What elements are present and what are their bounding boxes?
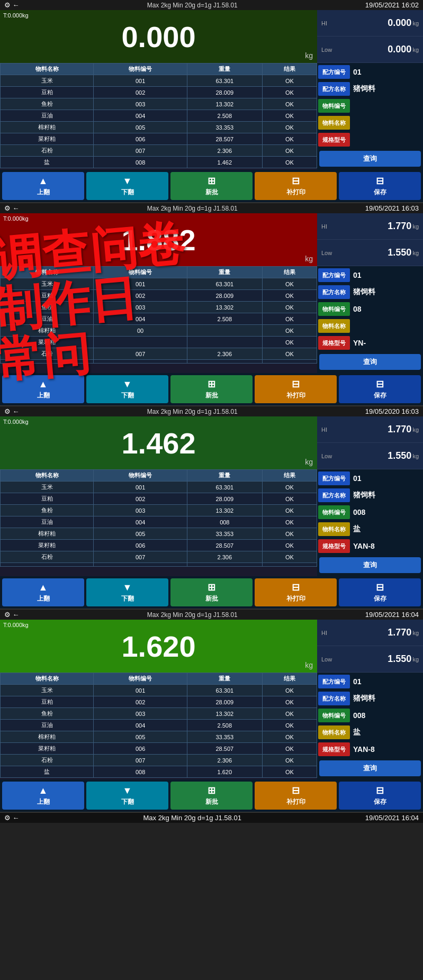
cell-1-2: 28.009: [187, 87, 262, 98]
col-header-2: 重量: [187, 267, 262, 278]
btn-补打印[interactable]: ⊟ 补打印: [255, 578, 337, 606]
btn-上翻[interactable]: ▲ 上翻: [2, 578, 84, 606]
btn-新批[interactable]: ⊞ 新批: [170, 782, 253, 810]
cell-5-2: 28.507: [187, 743, 262, 755]
btn-icon-2: ⊞: [208, 785, 215, 796]
btn-label-0: 上翻: [37, 188, 50, 197]
table-row: 石粉0072.306OK: [1, 551, 317, 563]
info-tag-1: 配方名称: [318, 82, 350, 96]
cell-6-3: OK: [262, 145, 317, 157]
btn-补打印[interactable]: ⊟ 补打印: [255, 375, 337, 403]
hi-value-3: 1.770: [337, 424, 411, 435]
btn-补打印[interactable]: ⊟ 补打印: [255, 172, 337, 200]
cell-4-2: [187, 325, 262, 337]
btn-icon-4: ⊟: [376, 175, 384, 187]
btn-下翻[interactable]: ▼ 下翻: [86, 782, 168, 810]
btn-下翻[interactable]: ▼ 下翻: [86, 172, 168, 200]
cell-4-1: 005: [94, 528, 187, 540]
cell-7-0: [1, 360, 94, 364]
btn-上翻[interactable]: ▲ 上翻: [2, 172, 84, 200]
btn-label-4: 保存: [374, 594, 386, 603]
info-tag-3: 物料名称: [318, 522, 350, 536]
cell-2-3: OK: [262, 302, 317, 313]
cell-1-1: 002: [94, 87, 187, 98]
cell-3-3: OK: [262, 720, 317, 731]
query-button-4[interactable]: 查询: [319, 760, 421, 776]
cell-4-3: OK: [262, 731, 317, 743]
info-tag-2: 物料编号: [318, 302, 350, 316]
btn-补打印[interactable]: ⊟ 补打印: [255, 782, 337, 810]
info-value-1: 猪饲料: [350, 488, 422, 502]
btn-保存[interactable]: ⊟ 保存: [339, 578, 421, 606]
info-value-0: 01: [350, 675, 422, 688]
weight-main-1: T:0.000kg 0.000 kg: [0, 10, 317, 63]
table-row: 玉米00163.301OK: [1, 75, 317, 87]
btn-保存[interactable]: ⊟ 保存: [339, 782, 421, 810]
cell-6-2: 2.306: [187, 755, 262, 766]
cell-2-2: 13.302: [187, 505, 262, 516]
info-row-3: 物料名称: [318, 318, 422, 334]
btn-新批[interactable]: ⊞ 新批: [170, 172, 253, 200]
table-row: 豆油0042.508OK: [1, 110, 317, 122]
cell-7-3: OK: [262, 766, 317, 778]
btn-上翻[interactable]: ▲ 上翻: [2, 375, 84, 403]
btn-label-3: 补打印: [286, 188, 305, 197]
topbar-center-4: Max 2kg Min 20g d=1g J1.58.01: [147, 611, 238, 619]
col-header-2: 重量: [187, 673, 262, 685]
query-button-3[interactable]: 查询: [319, 557, 421, 573]
weight-unit-3: kg: [305, 458, 313, 466]
cell-6-3: OK: [262, 348, 317, 360]
col-header-3: 结果: [262, 470, 317, 482]
cell-6-1: 007: [94, 348, 187, 360]
table-row: 盐0081.462OK: [1, 157, 317, 168]
weight-area-2: T:0.000kg 1.882 kg HI 1.770 kg Low 1.550…: [0, 213, 423, 266]
query-button-2[interactable]: 查询: [319, 354, 421, 370]
btn-下翻[interactable]: ▼ 下翻: [86, 375, 168, 403]
cell-0-3: OK: [262, 278, 317, 290]
cell-4-3: OK: [262, 325, 317, 337]
last-bar-center: Max 2kg Min 20g d=1g J1.58.01: [143, 814, 241, 822]
info-row-2: 物料编号 08: [318, 301, 422, 317]
screen-1: ⚙ ← Max 2kg Min 20g d=1g J1.58.01 19/05/…: [0, 0, 423, 203]
col-header-3: 结果: [262, 63, 317, 75]
btn-新批[interactable]: ⊞ 新批: [170, 375, 253, 403]
info-row-1: 配方名称 猪饲料: [318, 691, 422, 706]
cell-7-2: [187, 563, 262, 567]
data-table-3: 物料名称物料编号重量结果 玉米00163.301OK 豆粕00228.009OK…: [0, 469, 317, 576]
cell-1-1: 002: [94, 290, 187, 302]
cell-5-2: 28.507: [187, 540, 262, 551]
btn-保存[interactable]: ⊟ 保存: [339, 375, 421, 403]
cell-5-0: 菜籽粕: [1, 133, 94, 145]
topbar-right-4: 19/05/2021 16:04: [365, 611, 419, 619]
btn-上翻[interactable]: ▲ 上翻: [2, 782, 84, 810]
btn-icon-1: ▼: [123, 176, 132, 187]
low-value-4: 1.550: [337, 654, 411, 665]
btn-label-2: 新批: [205, 594, 218, 603]
cell-6-0: 石粉: [1, 145, 94, 157]
hi-label-3: HI: [321, 427, 337, 433]
table-row: 豆油0042.508OK: [1, 313, 317, 325]
btn-保存[interactable]: ⊟ 保存: [339, 172, 421, 200]
weight-side-1: HI 0.000 kg Low 0.000 kg: [317, 10, 423, 63]
cell-1-0: 豆粕: [1, 290, 94, 302]
cell-5-3: OK: [262, 133, 317, 145]
topbar-2: ⚙ ← Max 2kg Min 20g d=1g J1.58.01 19/05/…: [0, 203, 423, 213]
info-row-0: 配方编号 01: [318, 470, 422, 486]
cell-1-2: 28.009: [187, 493, 262, 505]
cell-3-1: 004: [94, 313, 187, 325]
cell-1-3: OK: [262, 696, 317, 708]
data-table-4: 物料名称物料编号重量结果 玉米00163.301OK 豆粕00228.009OK…: [0, 673, 317, 779]
table-row: 豆粕00228.009OK: [1, 696, 317, 708]
weight-unit-4: kg: [305, 661, 313, 669]
query-button-1[interactable]: 查询: [319, 151, 421, 167]
btn-新批[interactable]: ⊞ 新批: [170, 578, 253, 606]
col-header-0: 物料名称: [1, 267, 94, 278]
cell-7-3: [262, 360, 317, 364]
cell-2-0: 鱼粉: [1, 98, 94, 110]
btn-下翻[interactable]: ▼ 下翻: [86, 578, 168, 606]
info-panel-1: 配方编号 01 配方名称 猪饲料 物料编号 物料名称 规格型号 查询: [317, 63, 423, 170]
low-label-4: Low: [321, 656, 337, 663]
table-row: 棉籽粕00533.353OK: [1, 528, 317, 540]
info-row-3: 物料名称 盐: [318, 724, 422, 740]
low-unit-4: kg: [412, 656, 419, 663]
